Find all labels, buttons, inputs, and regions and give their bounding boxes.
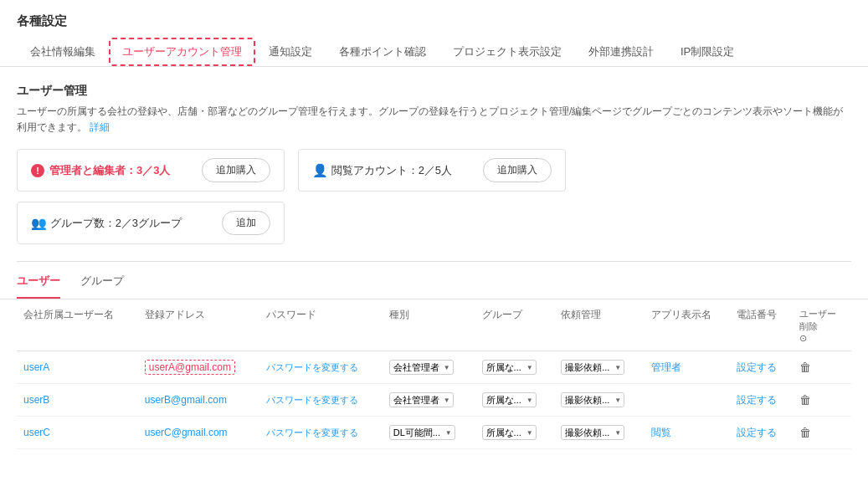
group-icon: 👥: [31, 216, 47, 231]
phone-settings-link[interactable]: 設定する: [737, 361, 777, 373]
user-name-link[interactable]: userB: [23, 394, 49, 406]
users-table-wrap: 会社所属ユーザー名 登録アドレス パスワード 種別 グループ 依頼管理 アプリ表…: [0, 299, 868, 449]
th-group: グループ: [475, 299, 555, 351]
tab-project-display[interactable]: プロジェクト表示設定: [439, 38, 575, 66]
app-name-link[interactable]: 閲覧: [651, 427, 671, 438]
person-icon: 👤: [312, 163, 328, 178]
dependency-select[interactable]: 撮影依頼...: [561, 425, 624, 440]
password-change-link[interactable]: パスワードを変更する: [266, 362, 358, 372]
th-type: 種別: [383, 299, 475, 351]
tab-bar: 会社情報編集 ユーザーアカウント管理 通知設定 各種ポイント確認 プロジェクト表…: [0, 29, 868, 67]
th-username: 会社所属ユーザー名: [17, 299, 138, 351]
table-row: userCuserC@gmail.comパスワードを変更するDL可能間...所属…: [17, 417, 851, 449]
admin-editors-label: 管理者と編集者：3／3人: [49, 163, 170, 178]
user-name-link[interactable]: userC: [23, 427, 50, 438]
phone-settings-link[interactable]: 設定する: [737, 394, 777, 406]
groups-add-button[interactable]: 追加: [222, 211, 270, 235]
section-description: ユーザーの所属する会社の登録や、店舗・部署などのグループ管理を行えます。グループ…: [0, 104, 868, 149]
groups-box: 👥 グループ数：2／3グループ 追加: [17, 202, 285, 244]
th-password: パスワード: [259, 299, 383, 351]
view-accounts-label: 閲覧アカウント：2／5人: [331, 164, 452, 177]
user-email-link[interactable]: userC@gmail.com: [145, 427, 228, 438]
user-email-link[interactable]: userB@gmail.com: [145, 394, 227, 406]
th-delete: ユーザー削除⊙: [793, 299, 851, 351]
details-link[interactable]: 詳細: [90, 121, 110, 133]
group-select[interactable]: 所属な...: [482, 360, 537, 375]
admin-purchase-button[interactable]: 追加購入: [202, 158, 270, 182]
phone-settings-link[interactable]: 設定する: [737, 427, 777, 438]
tab-groups[interactable]: グループ: [80, 274, 124, 299]
groups-label: グループ数：2／3グループ: [50, 217, 182, 229]
dependency-select[interactable]: 撮影依頼...: [561, 360, 624, 375]
stats-row: 管理者と編集者：3／3人 追加購入 👤 閲覧アカウント：2／5人 追加購入: [0, 149, 868, 202]
user-name-link[interactable]: userA: [23, 361, 49, 373]
tab-points[interactable]: 各種ポイント確認: [326, 38, 439, 66]
group-select[interactable]: 所属な...: [482, 425, 537, 440]
groups-row: 👥 グループ数：2／3グループ 追加: [0, 202, 868, 261]
delete-user-button[interactable]: 🗑: [799, 361, 811, 374]
group-select[interactable]: 所属な...: [482, 392, 537, 407]
tab-user-account[interactable]: ユーザーアカウント管理: [109, 38, 255, 66]
th-email: 登録アドレス: [138, 299, 259, 351]
th-dependency: 依頼管理: [554, 299, 644, 351]
th-app-name: アプリ表示名: [645, 299, 731, 351]
delete-user-button[interactable]: 🗑: [799, 426, 811, 439]
tab-users[interactable]: ユーザー: [17, 274, 60, 299]
shield-icon: [31, 164, 44, 177]
table-header-row: 会社所属ユーザー名 登録アドレス パスワード 種別 グループ 依頼管理 アプリ表…: [17, 299, 851, 351]
table-row: userBuserB@gmail.comパスワードを変更する会社管理者所属な..…: [17, 384, 851, 417]
tab-notification[interactable]: 通知設定: [255, 38, 326, 66]
users-table: 会社所属ユーザー名 登録アドレス パスワード 種別 グループ 依頼管理 アプリ表…: [17, 299, 851, 449]
tab-company[interactable]: 会社情報編集: [17, 38, 109, 66]
delete-user-button[interactable]: 🗑: [799, 393, 811, 407]
type-select[interactable]: 会社管理者: [389, 392, 454, 407]
app-name-link[interactable]: 管理者: [651, 361, 681, 373]
page-title: 各種設定: [0, 0, 868, 29]
view-accounts-box: 👤 閲覧アカウント：2／5人 追加購入: [298, 149, 566, 192]
tab-ip[interactable]: IP制限設定: [667, 38, 747, 66]
type-select[interactable]: DL可能間...: [389, 425, 455, 440]
password-change-link[interactable]: パスワードを変更する: [266, 395, 358, 405]
type-select[interactable]: 会社管理者: [389, 360, 454, 375]
user-group-tabs: ユーザー グループ: [0, 262, 868, 299]
table-row: userAuserA@gmail.comパスワードを変更する会社管理者所属な..…: [17, 351, 851, 384]
admin-editors-box: 管理者と編集者：3／3人 追加購入: [17, 149, 285, 192]
user-email-link[interactable]: userA@gmail.com: [145, 360, 235, 375]
dependency-select[interactable]: 撮影依頼...: [561, 392, 624, 407]
password-change-link[interactable]: パスワードを変更する: [266, 427, 358, 438]
th-phone: 電話番号: [730, 299, 793, 351]
section-title: ユーザー管理: [0, 67, 868, 104]
view-purchase-button[interactable]: 追加購入: [483, 158, 552, 182]
tab-external[interactable]: 外部連携設計: [575, 38, 667, 66]
